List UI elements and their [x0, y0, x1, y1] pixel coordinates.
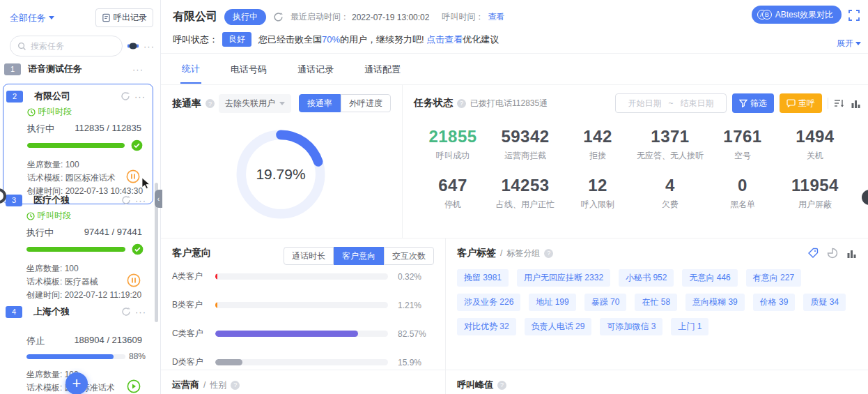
tag-chip[interactable]: 挽留 3981 [457, 269, 509, 287]
tag-chip[interactable]: 用户无回应挂断 2332 [517, 269, 610, 287]
tag-chip[interactable]: 质疑 34 [803, 294, 846, 311]
pause-circle-icon[interactable] [127, 273, 141, 287]
tag-chip[interactable]: 在忙 58 [635, 294, 677, 311]
bar-chart-icon[interactable] [846, 248, 857, 259]
recall-button[interactable]: 重呼 [780, 93, 822, 113]
funnel-icon [739, 99, 747, 107]
connect-rate-title: 接通率 [172, 98, 201, 110]
expand-link[interactable]: 展开 [837, 38, 861, 50]
call-peak-title: 呼叫峰值 [457, 379, 493, 391]
date-range-picker[interactable]: 开始日期 ~ 结束日期 [615, 93, 727, 113]
refresh-icon[interactable] [121, 307, 131, 317]
tags-separator: / [500, 248, 502, 258]
connect-rate-donut: 19.79% [233, 127, 328, 222]
gender-label[interactable]: 性别 [210, 379, 226, 391]
abtest-compare-button[interactable]: A B ABtest效果对比 [752, 6, 842, 24]
tab-phone-numbers[interactable]: 电话号码 [229, 55, 268, 83]
check-circle-icon [131, 139, 143, 151]
more-icon[interactable]: ··· [135, 307, 146, 317]
all-tasks-filter[interactable]: 全部任务 [10, 12, 54, 24]
tag-icon[interactable] [807, 248, 819, 259]
task-name: 上海个独 [33, 305, 117, 318]
task-status-label: 执行中 [27, 123, 54, 135]
tag-chip[interactable]: 对比优势 32 [457, 318, 516, 335]
stat-no-answer: 1371无应答、无人接听 [634, 127, 706, 162]
call-time-label: 呼叫时间： [442, 11, 483, 23]
expand-label: 展开 [837, 38, 853, 50]
info-icon: ? [497, 381, 506, 390]
exclude-lost-users-dropdown[interactable]: 去除失联用户 [219, 94, 291, 113]
tag-chip[interactable]: 小秘书 952 [619, 269, 674, 287]
refresh-icon[interactable] [121, 195, 131, 205]
refresh-icon[interactable] [121, 91, 130, 101]
intent-bar-chart: A类客户 0.32% B类客户 1.21% C类客户 82.57% D类客户 1… [161, 259, 445, 368]
tag-chip[interactable]: 暴躁 70 [584, 294, 627, 311]
toggle-outbound-progress[interactable]: 外呼进度 [341, 94, 391, 112]
call-log-button[interactable]: 呼出记录 [95, 8, 153, 27]
call-log-label: 呼出记录 [114, 12, 147, 24]
tab-call-config[interactable]: 通话配置 [363, 55, 402, 83]
tag-chip[interactable]: 意向模糊 39 [685, 294, 745, 311]
toggle-interaction-count[interactable]: 交互次数 [384, 247, 434, 265]
sidebar-collapse-handle[interactable]: ‹ [155, 190, 162, 208]
more-icon[interactable]: ··· [144, 41, 155, 52]
sort-icon[interactable] [834, 98, 845, 109]
add-task-button[interactable]: + [65, 372, 88, 394]
customer-intent-panel: 客户意向 通话时长 客户意向 交互次数 A类客户 0.32% B类客户 1.21… [161, 238, 446, 370]
tag-chip[interactable]: 上门 1 [671, 318, 708, 335]
toggle-call-duration[interactable]: 通话时长 [284, 247, 334, 265]
toggle-connect-rate[interactable]: 接通率 [299, 94, 341, 112]
tab-call-records[interactable]: 通话记录 [296, 55, 335, 83]
end-date-placeholder: 结束日期 [681, 98, 714, 109]
tag-chip[interactable]: 地址 199 [529, 294, 575, 311]
stat-inbound-limit: 12呼入限制 [561, 176, 634, 211]
tag-chip[interactable]: 无意向 446 [682, 269, 737, 287]
progress-fill [26, 247, 125, 252]
tag-chip[interactable]: 涉及业务 226 [457, 294, 520, 311]
refresh-icon[interactable] [273, 12, 284, 22]
tag-chip[interactable]: 可添加微信 3 [600, 318, 662, 335]
call-period-badge: 呼叫时段 [38, 210, 71, 222]
stat-blacklist: 0黑名单 [706, 176, 779, 211]
bar-row-b: B类客户 1.21% [172, 299, 434, 311]
collapse-arrow-icon: ‹ [157, 195, 160, 203]
more-icon[interactable]: ··· [135, 195, 146, 206]
more-icon[interactable]: ··· [134, 91, 146, 102]
task-search-box[interactable] [10, 36, 123, 56]
tag-group-label[interactable]: 标签分组 [506, 248, 540, 259]
tab-statistics[interactable]: 统计 [180, 54, 201, 84]
connect-rate-panel: 接通率 ? 去除失联用户 接通率 外呼进度 19.79% [161, 85, 403, 238]
task-status-title: 任务状态 [414, 97, 453, 109]
task-number-badge: 2 [6, 91, 23, 103]
play-circle-icon[interactable] [127, 379, 141, 393]
tag-chip[interactable]: 有意向 227 [746, 269, 801, 287]
tags-title: 客户标签 [457, 247, 496, 259]
task-progress-counts: 97441 / 97441 [84, 227, 142, 239]
stat-rejected: 142拒接 [561, 127, 634, 162]
voice-assistant-icon[interactable] [127, 42, 139, 50]
filter-button[interactable]: 筛选 [732, 93, 774, 113]
clock-icon [27, 108, 36, 116]
bar-chart-icon[interactable] [851, 98, 861, 109]
carrier-title: 运营商 [172, 379, 199, 391]
search-input[interactable] [31, 41, 93, 51]
view-suggestion-link[interactable]: 点击查看 [426, 34, 463, 45]
task-card-2[interactable]: 2 有限公司 ··· 呼叫时段 执行中 112835 / 112835 坐席数量… [3, 84, 153, 204]
tag-chip[interactable]: 价格 39 [753, 294, 796, 311]
task-name: 医疗个独 [33, 194, 117, 206]
tag-chip[interactable]: 负责人电话 29 [525, 318, 592, 335]
main-tabs: 统计 电话号码 通话记录 通话配置 [161, 54, 868, 85]
intent-title: 客户意向 [172, 247, 211, 259]
toggle-customer-intent[interactable]: 客户意向 [334, 247, 384, 265]
task-status-label: 执行中 [26, 227, 54, 239]
pie-chart-icon[interactable] [827, 248, 838, 259]
task-item-1[interactable]: 1 语音测试任务 ··· [0, 59, 152, 79]
all-tasks-label: 全部任务 [10, 12, 46, 24]
carrier-separator: / [203, 380, 206, 390]
fullscreen-icon[interactable] [848, 10, 860, 21]
call-time-link[interactable]: 查看 [488, 11, 504, 23]
pause-circle-icon[interactable] [126, 169, 140, 183]
task-card-3[interactable]: 3 医疗个独 ··· 呼叫时段 执行中 97441 / 97441 坐席数量: … [3, 188, 153, 308]
more-icon[interactable]: ··· [132, 64, 144, 75]
stat-suspended: 647停机 [417, 176, 489, 211]
